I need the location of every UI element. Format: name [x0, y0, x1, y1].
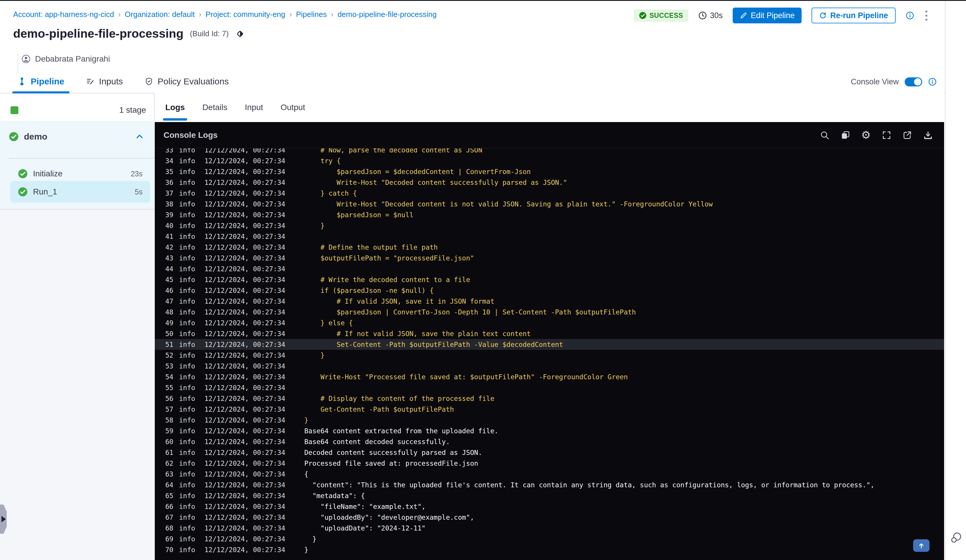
log-tab-logs[interactable]: Logs [165, 93, 185, 122]
log-timestamp: 12/12/2024, 00:27:34 [204, 546, 304, 553]
log-message: } [304, 222, 944, 230]
console-toolbar: ⚙ [820, 130, 933, 140]
info-icon[interactable] [905, 11, 914, 20]
log-row: 50info12/12/2024, 00:27:34 # If not vali… [155, 328, 944, 339]
step-duration: 23s [131, 170, 143, 178]
header-actions: SUCCESS 30s Edit Pipeline Re-run Pipelin… [634, 7, 928, 24]
sidebar-step-run_1[interactable]: Run_15s [10, 181, 150, 203]
sidebar-step-initialize[interactable]: Initialize23s [10, 165, 150, 182]
log-row: 64info12/12/2024, 00:27:34 "content": "T… [155, 480, 944, 490]
log-line-number: 44 [165, 265, 179, 273]
rerun-pipeline-button[interactable]: Re-run Pipeline [812, 8, 895, 23]
log-line-number: 49 [165, 319, 179, 327]
inputs-icon [86, 77, 95, 86]
log-line-number: 50 [165, 330, 179, 338]
log-row: 61info12/12/2024, 00:27:34Decoded conten… [155, 447, 944, 458]
tab-policy-evaluations[interactable]: Policy Evaluations [145, 70, 228, 93]
log-row: 40info12/12/2024, 00:27:34 } [155, 220, 944, 231]
log-message: Write-Host "Decoded content successfully… [304, 179, 944, 186]
log-level: info [179, 189, 204, 197]
scroll-to-top-button[interactable] [913, 539, 930, 552]
step-success-icon [18, 169, 28, 179]
settings-gear-icon[interactable]: ⚙ [861, 130, 871, 140]
log-row: 37info12/12/2024, 00:27:34 } catch { [155, 188, 944, 199]
step-success-icon [18, 187, 28, 197]
log-message: Decoded content successfully parsed as J… [304, 449, 944, 457]
tab-inputs[interactable]: Inputs [86, 70, 123, 93]
log-message: try { [304, 157, 944, 165]
log-level: info [179, 308, 204, 316]
fullscreen-icon[interactable] [882, 130, 892, 140]
log-row: 33info12/12/2024, 00:27:34 # Now, parse … [155, 148, 944, 155]
tab-pipeline[interactable]: Pipeline [18, 70, 64, 93]
log-line-number: 55 [165, 384, 179, 391]
log-message: Base64 content extracted from the upload… [304, 427, 944, 435]
log-timestamp: 12/12/2024, 00:27:34 [204, 222, 304, 230]
more-options-icon[interactable] [924, 9, 928, 22]
log-message: # Display the content of the processed f… [304, 395, 944, 402]
console-log-list[interactable]: 33info12/12/2024, 00:27:34 # Now, parse … [155, 148, 944, 560]
stage-success-icon [9, 132, 19, 141]
log-timestamp: 12/12/2024, 00:27:34 [204, 179, 304, 186]
duration-label: 30s [710, 11, 723, 20]
log-timestamp: 12/12/2024, 00:27:34 [204, 438, 304, 445]
log-line-number: 38 [165, 200, 179, 208]
log-level: info [179, 319, 204, 327]
log-level: info [179, 449, 204, 457]
tab-label: Pipeline [31, 77, 64, 86]
log-message: # Define the output file path [304, 243, 944, 251]
help-chat-icon[interactable] [950, 531, 963, 544]
log-row: 42info12/12/2024, 00:27:34 # Define the … [155, 242, 944, 253]
log-level: info [179, 416, 204, 424]
log-level: info [179, 243, 204, 251]
log-timestamp: 12/12/2024, 00:27:34 [204, 276, 304, 284]
log-line-number: 46 [165, 287, 179, 294]
breadcrumb-item-5[interactable]: demo-pipeline-file-processing [338, 10, 437, 19]
download-icon[interactable] [923, 130, 933, 140]
breadcrumb-item-4[interactable]: Pipelines [296, 10, 327, 19]
page-title: demo-pipeline-file-processing [13, 27, 183, 41]
log-message: { [304, 470, 944, 478]
console-title: Console Logs [164, 130, 218, 140]
log-line-number: 63 [165, 470, 179, 478]
build-diamond-icon [235, 29, 245, 39]
breadcrumb-item-3[interactable]: Project: community-eng [205, 10, 285, 19]
breadcrumb-item-2[interactable]: Organization: default [125, 10, 195, 19]
chevron-up-icon[interactable] [135, 132, 144, 141]
log-line-number: 65 [165, 492, 179, 499]
console-view-toggle[interactable] [905, 77, 922, 86]
log-line-number: 39 [165, 211, 179, 219]
breadcrumb-item-1[interactable]: Account: app-harness-ng-cicd [13, 10, 114, 19]
duration: 30s [698, 11, 723, 20]
build-id-label: (Build Id: 7) [190, 29, 228, 38]
log-message: Get-Content -Path $outputFilePath [304, 406, 944, 413]
log-timestamp: 12/12/2024, 00:27:34 [204, 470, 304, 478]
copy-icon[interactable] [840, 130, 850, 140]
log-level: info [179, 362, 204, 370]
log-line-number: 40 [165, 222, 179, 230]
log-timestamp: 12/12/2024, 00:27:34 [204, 449, 304, 457]
edit-pipeline-button[interactable]: Edit Pipeline [733, 8, 802, 23]
log-line-number: 47 [165, 297, 179, 305]
policy-icon [145, 77, 153, 86]
stage-group-demo[interactable]: demo [9, 128, 148, 145]
open-in-new-icon[interactable] [902, 130, 912, 140]
log-level: info [179, 179, 204, 186]
log-message: $parsedJson = $null [304, 211, 944, 219]
log-row: 49info12/12/2024, 00:27:34 } else { [155, 317, 944, 328]
log-message: $parsedJson = $decodedContent | ConvertF… [304, 168, 944, 176]
log-timestamp: 12/12/2024, 00:27:34 [204, 211, 304, 219]
log-tab-details[interactable]: Details [202, 93, 227, 122]
search-icon[interactable] [820, 130, 830, 140]
pipeline-icon [18, 77, 26, 86]
log-tab-output[interactable]: Output [281, 93, 305, 122]
log-level: info [179, 535, 204, 543]
stage-group-divider [9, 158, 155, 159]
log-message: "uploadedBy": "developer@example.com", [304, 514, 944, 521]
log-level: info [179, 514, 204, 521]
log-message: "metadata": { [304, 492, 944, 499]
log-tab-input[interactable]: Input [245, 93, 263, 122]
log-message: # Write the decoded content to a file [304, 276, 944, 284]
log-line-number: 62 [165, 460, 179, 467]
console-view-info-icon[interactable] [928, 77, 937, 86]
